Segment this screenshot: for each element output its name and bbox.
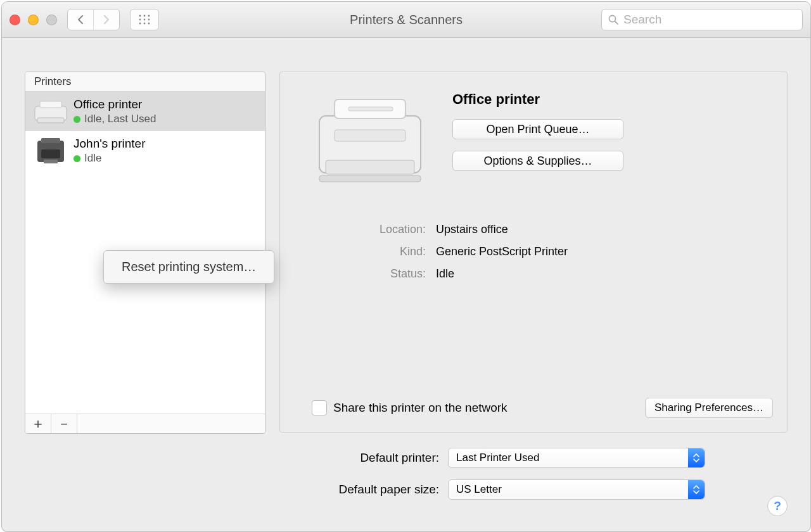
close-window-button[interactable] [10, 15, 20, 25]
defaults-form: Default printer: Last Printer Used Defau… [279, 448, 788, 511]
search-icon [608, 15, 618, 25]
minimize-window-button[interactable] [28, 15, 39, 25]
printer-large-icon [308, 87, 432, 189]
grid-icon [138, 14, 151, 25]
printer-status: Idle, Last Used [84, 113, 156, 125]
nav-back-forward [67, 9, 120, 30]
svg-rect-23 [348, 107, 393, 111]
svg-rect-21 [326, 160, 414, 174]
printers-toolbar: ＋ － [25, 414, 265, 433]
printer-icon [33, 98, 68, 125]
share-printer-label: Share this printer on the network [333, 401, 508, 415]
status-value: Idle [436, 267, 454, 281]
svg-rect-17 [44, 160, 58, 163]
svg-point-6 [139, 23, 141, 25]
dropdown-caret-icon [688, 448, 705, 467]
search-field[interactable]: Search [601, 9, 803, 30]
window-controls [10, 15, 57, 25]
kind-value: Generic PostScript Printer [436, 245, 568, 258]
status-label: Status: [324, 267, 426, 281]
share-printer-checkbox[interactable] [312, 400, 327, 415]
remove-printer-button[interactable]: － [51, 414, 77, 433]
help-button[interactable]: ? [767, 496, 788, 516]
reset-printing-system-item[interactable]: Reset printing system… [104, 255, 274, 279]
add-printer-button[interactable]: ＋ [25, 414, 51, 433]
printer-info: Location: Upstairs office Kind: Generic … [324, 223, 768, 281]
printer-icon [33, 137, 68, 165]
status-dot-green [73, 155, 80, 162]
default-printer-select[interactable]: Last Printer Used [448, 448, 705, 468]
share-printer-row: Share this printer on the network [312, 400, 508, 415]
svg-point-4 [144, 19, 146, 21]
sharing-preferences-button[interactable]: Sharing Preferences… [645, 398, 773, 418]
svg-point-1 [144, 15, 146, 17]
svg-line-10 [615, 22, 618, 25]
svg-rect-16 [41, 149, 60, 158]
zoom-window-button [46, 15, 57, 25]
printer-status: Idle [84, 152, 101, 165]
svg-rect-13 [37, 118, 64, 123]
selected-printer-title: Office printer [452, 91, 623, 108]
svg-point-5 [148, 19, 150, 21]
svg-rect-20 [335, 130, 406, 141]
default-printer-label: Default printer: [279, 451, 439, 465]
svg-point-0 [139, 15, 141, 17]
printers-panel-header: Printers [25, 72, 265, 92]
printer-name: John's printer [73, 137, 145, 151]
forward-button[interactable] [93, 10, 119, 30]
search-placeholder: Search [623, 13, 661, 27]
printer-name: Office printer [73, 98, 156, 111]
default-paper-select[interactable]: US Letter [448, 479, 705, 500]
printer-item-office[interactable]: Office printer Idle, Last Used [25, 92, 265, 131]
open-print-queue-button[interactable]: Open Print Queue… [452, 119, 623, 139]
status-dot-green [73, 116, 80, 123]
window-body: Printers Office printer Idle, Last Used … [2, 37, 810, 531]
context-menu: Reset printing system… [103, 250, 274, 284]
svg-rect-12 [40, 101, 61, 108]
svg-rect-22 [319, 175, 421, 182]
show-all-button[interactable] [130, 9, 159, 30]
printer-details-panel: Office printer Open Print Queue… Options… [279, 72, 788, 433]
chevron-left-icon [77, 15, 84, 24]
svg-point-3 [139, 19, 141, 21]
svg-point-2 [148, 15, 150, 17]
chevron-right-icon [103, 15, 110, 24]
options-supplies-button[interactable]: Options & Supplies… [452, 151, 623, 171]
svg-point-7 [144, 23, 146, 25]
printer-item-johns[interactable]: John's printer Idle [25, 131, 265, 170]
kind-label: Kind: [324, 245, 426, 258]
dropdown-caret-icon [688, 480, 705, 499]
default-paper-label: Default paper size: [279, 483, 439, 497]
location-value: Upstairs office [436, 223, 508, 236]
default-printer-value: Last Printer Used [456, 452, 539, 464]
svg-point-8 [148, 23, 150, 25]
svg-rect-15 [41, 138, 60, 143]
titlebar: Printers & Scanners Search [2, 2, 810, 38]
preferences-window: Printers & Scanners Search Printers Offi… [1, 1, 811, 532]
location-label: Location: [324, 223, 426, 236]
back-button[interactable] [68, 10, 93, 30]
default-paper-value: US Letter [456, 483, 502, 496]
